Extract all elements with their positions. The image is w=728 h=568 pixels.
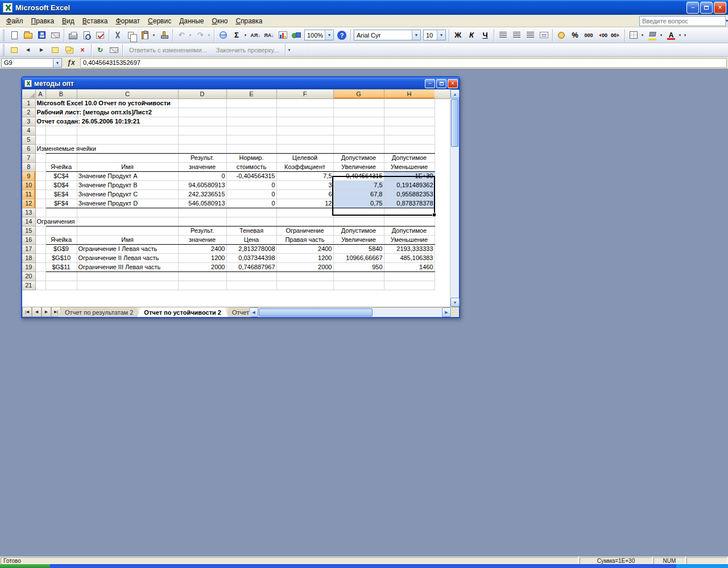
row-header[interactable]: 9	[22, 171, 35, 180]
scroll-right-button[interactable]: ▶	[442, 307, 451, 317]
cell[interactable]	[178, 208, 226, 217]
cell[interactable]	[35, 281, 46, 290]
horizontal-scroll-thumb[interactable]	[259, 308, 373, 316]
workbook-minimize-button[interactable]: −	[425, 79, 435, 88]
cell[interactable]	[178, 126, 226, 135]
next-comment-button[interactable]: ▶	[35, 44, 48, 56]
horizontal-scrollbar[interactable]: ◀ ▶	[249, 307, 451, 317]
decrease-decimal-button[interactable]: 00	[610, 29, 622, 42]
col-header-g[interactable]: G	[333, 89, 384, 98]
cell[interactable]: Результ.	[178, 153, 226, 162]
redo-button[interactable]: ↷	[194, 29, 206, 42]
col-header-e[interactable]: E	[226, 89, 276, 98]
cell[interactable]: 0,878378378	[384, 199, 435, 208]
cell[interactable]: 0	[226, 199, 276, 208]
cell[interactable]	[276, 144, 333, 153]
cell[interactable]: Коэффициент	[276, 162, 333, 171]
cell[interactable]: 0,955882353	[384, 190, 435, 199]
cell[interactable]	[333, 271, 384, 281]
workbook-title-bar[interactable]: методы опт − ×	[22, 77, 459, 89]
fill-color-dropdown[interactable]: ▾	[658, 29, 664, 42]
cell[interactable]	[77, 271, 178, 281]
cell[interactable]	[333, 208, 384, 217]
cell[interactable]	[276, 281, 333, 290]
cell[interactable]: Допустимое	[384, 153, 435, 162]
cut-button[interactable]	[111, 29, 124, 42]
cell[interactable]	[226, 108, 276, 117]
cell[interactable]	[35, 226, 46, 235]
cell[interactable]	[384, 135, 435, 144]
comma-style-button[interactable]: 000	[582, 29, 595, 42]
cell[interactable]	[35, 126, 46, 135]
delete-comment-button[interactable]: ×	[76, 44, 89, 56]
cell[interactable]: Значение Продукт C	[77, 190, 178, 199]
cell[interactable]: 7,5	[333, 180, 384, 190]
edit-comment-button[interactable]	[8, 44, 20, 56]
chevron-down-icon[interactable]: ▾	[325, 30, 333, 40]
name-box[interactable]: G9	[1, 58, 53, 68]
row-header[interactable]: 17	[22, 244, 35, 253]
cell[interactable]	[276, 108, 333, 117]
cell[interactable]	[333, 108, 384, 117]
cell[interactable]: 2193,333333	[384, 244, 435, 253]
help-button[interactable]: ?	[336, 29, 348, 42]
cell[interactable]: 0,75	[333, 199, 384, 208]
formula-input[interactable]: 0,404564315352697	[80, 58, 727, 68]
cell[interactable]: 2000	[276, 262, 333, 271]
sort-ascending-button[interactable]: АЯ↓	[249, 29, 262, 42]
cell[interactable]	[77, 281, 178, 290]
cell[interactable]: Результ.	[178, 226, 226, 235]
menu-format[interactable]: Формат	[111, 15, 144, 27]
insert-function-button[interactable]: ƒx	[64, 59, 78, 67]
cell[interactable]	[333, 98, 384, 108]
cell[interactable]	[178, 135, 226, 144]
cell[interactable]	[178, 98, 226, 108]
vertical-scroll-track[interactable]	[450, 147, 459, 298]
cell[interactable]: Изменяемые ячейки	[35, 144, 46, 153]
italic-button[interactable]: К	[465, 29, 478, 42]
cell[interactable]	[46, 135, 77, 144]
menu-file[interactable]: Файл	[2, 15, 27, 27]
cell[interactable]	[178, 281, 226, 290]
col-header-c[interactable]: C	[77, 89, 178, 98]
cell[interactable]	[226, 281, 276, 290]
row-header[interactable]: 1	[22, 98, 35, 108]
cell[interactable]	[384, 271, 435, 281]
cell[interactable]	[384, 108, 435, 117]
spelling-button[interactable]	[94, 29, 106, 42]
cell[interactable]	[46, 271, 77, 281]
vertical-scrollbar[interactable]: ▲ ▼	[450, 89, 459, 307]
cell[interactable]	[46, 153, 77, 162]
end-review-button[interactable]: Закончить проверку...	[212, 46, 283, 55]
cell[interactable]: 2,813278008	[226, 244, 276, 253]
cell[interactable]	[276, 126, 333, 135]
row-header[interactable]: 16	[22, 235, 35, 244]
cell[interactable]	[35, 244, 46, 253]
font-name-combo[interactable]: Arial Cyr ▾	[354, 30, 421, 40]
cell[interactable]: 0	[178, 171, 226, 180]
borders-dropdown[interactable]: ▾	[639, 29, 646, 42]
cell[interactable]: Целевой	[276, 153, 333, 162]
insert-hyperlink-button[interactable]	[217, 29, 229, 42]
reply-with-changes-button[interactable]: Ответить с изменениями...	[125, 46, 212, 55]
font-size-combo[interactable]: 10 ▾	[423, 30, 446, 40]
cell[interactable]: 1460	[384, 262, 435, 271]
mail-button[interactable]	[49, 29, 61, 42]
cell[interactable]	[77, 208, 178, 217]
cell[interactable]	[333, 217, 384, 226]
cell[interactable]: Имя	[77, 162, 178, 171]
cell[interactable]: $G$9	[46, 244, 77, 253]
next-sheet-button[interactable]: ▶	[42, 307, 51, 317]
cell[interactable]: Отчет создан: 26.05.2006 10:19:21	[35, 117, 46, 126]
toolbar-grip[interactable]	[3, 44, 5, 56]
cell[interactable]: Уменьшение	[384, 235, 435, 244]
cell[interactable]: Допустимое	[333, 226, 384, 235]
col-header-h[interactable]: H	[384, 89, 435, 98]
cell[interactable]	[77, 126, 178, 135]
row-header[interactable]: 21	[22, 281, 35, 290]
workbook-restore-button[interactable]	[436, 79, 446, 88]
paste-button[interactable]	[139, 29, 151, 42]
cell[interactable]: Цена	[226, 235, 276, 244]
autosum-dropdown[interactable]: ▾	[242, 29, 249, 42]
scroll-up-button[interactable]: ▲	[450, 89, 460, 98]
